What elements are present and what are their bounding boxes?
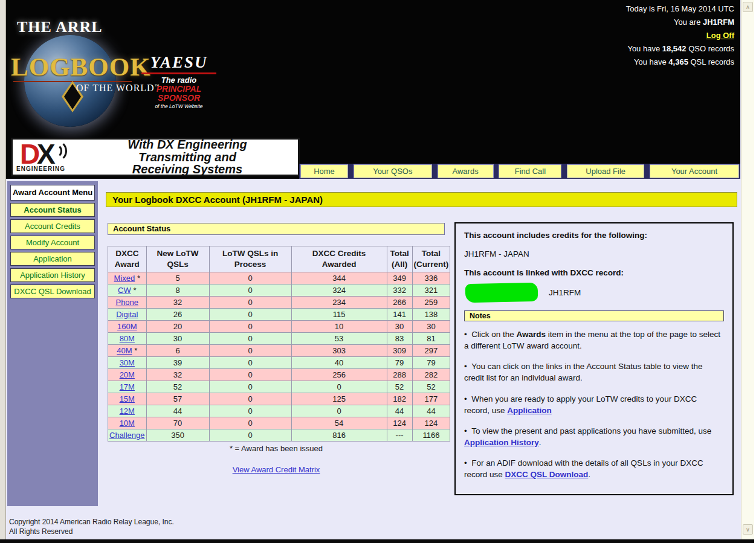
yaesu-rule [141,72,216,74]
note-link-dxcc-qsl-download[interactable]: DXCC QSL Download [505,470,589,479]
dx-engineering-logo: D X ENGINEERING [16,140,82,174]
nav-tab-upload-file[interactable]: Upload File [567,164,644,178]
vertical-scrollbar[interactable]: ∧ ∨ [741,0,754,539]
table-row-mixed: Mixed *50344349336 [108,272,450,284]
award-link-15m[interactable]: 15M [120,394,135,403]
dxcc-record-row: JH1RFM [465,283,724,302]
award-link-17m[interactable]: 17M [120,382,135,391]
yaesu-tagline: The radio [140,76,218,85]
you-are-prefix: You are [674,18,703,27]
lotw-page: THE ARRL LOGBOOK OF THE WORLD™ YAESU The… [0,0,756,543]
award-cell: 30M [108,357,147,369]
award-cell: Challenge [108,429,147,442]
award-issued-footnote: * = Award has been issued [108,444,445,453]
value-cell: 349 [387,272,412,284]
note-bullet-1: • Click on the Awards item in the menu a… [464,329,724,352]
value-cell: 10 [291,321,387,333]
value-cell: 234 [291,297,387,309]
window-bottom-bar [0,539,756,543]
scroll-up-button[interactable]: ∧ [743,2,753,12]
award-cell: Digital [108,309,147,321]
award-link-cw[interactable]: CW [118,286,131,295]
value-cell: 0 [209,272,291,284]
site-header: THE ARRL LOGBOOK OF THE WORLD™ YAESU The… [6,0,740,179]
award-link-30m[interactable]: 30M [120,358,135,367]
award-link-160m[interactable]: 160M [117,322,137,331]
note-link-application-history[interactable]: Application History [464,438,539,447]
award-link-20m[interactable]: 20M [120,370,135,379]
value-cell: 297 [412,345,450,357]
qso-count-line: You have 18,542 QSO records [626,42,734,56]
dx-engineering-banner[interactable]: D X ENGINEERING With DX Engineering Tran… [11,138,300,176]
value-cell: 83 [387,333,412,345]
sidebar-item-application[interactable]: Application [10,252,95,266]
award-link-challenge[interactable]: Challenge [109,431,145,440]
value-cell: 0 [209,357,291,369]
award-link-phone[interactable]: Phone [115,298,138,307]
sidebar-item-application-history[interactable]: Application History [10,268,95,282]
award-link-digital[interactable]: Digital [116,310,138,319]
note-bullet-4: • To view the present and past applicati… [464,425,724,448]
dx-engineering-label: ENGINEERING [16,165,65,172]
value-cell: 57 [146,393,209,405]
sidebar-item-modify-account[interactable]: Modify Account [10,236,95,249]
sidebar-item-account-credits[interactable]: Account Credits [10,219,95,233]
award-link-mixed[interactable]: Mixed [114,274,135,283]
note-text: When you are ready to apply your LoTW cr… [464,394,697,415]
award-link-80m[interactable]: 80M [120,334,135,343]
value-cell: 0 [209,345,291,357]
award-cell: 80M [108,333,147,345]
value-cell: 177 [412,393,450,405]
nav-tab-home[interactable]: Home [300,164,348,178]
note-link-application[interactable]: Application [507,406,552,415]
value-cell: 0 [209,297,291,309]
value-cell: 266 [387,297,412,309]
table-row-cw: CW *80324332321 [108,284,450,297]
yaesu-principal: PRINCIPAL [140,85,218,94]
nav-tab-awards[interactable]: Awards [438,164,494,178]
nav-tab-your-qsos[interactable]: Your QSOs [354,164,432,178]
account-status-table: DXCCAwardNew LoTWQSLsLoTW QSLs inProcess… [108,246,450,442]
value-cell: 40 [291,357,387,369]
award-link-12m[interactable]: 12M [120,406,135,416]
value-cell: 8 [146,284,209,297]
award-cell: Mixed * [108,272,147,284]
notes-section-header: Notes [464,310,724,321]
bullet-marker: • [464,426,471,435]
value-cell: 336 [412,272,450,284]
dx-soundwave-icon [45,140,67,162]
sidebar-item-account-status[interactable]: Account Status [10,203,95,217]
scroll-down-button[interactable]: ∨ [743,524,753,535]
value-cell: 0 [209,405,291,417]
column-header: LoTW QSLs inProcess [209,246,291,272]
page-title: Your Logbook DXCC Account (JH1RFM - JAPA… [106,192,737,207]
award-link-10m[interactable]: 10M [120,419,135,428]
value-cell: 321 [412,284,450,297]
column-header: DXCC CreditsAwarded [291,246,387,272]
value-cell: 0 [209,309,291,321]
table-row-challenge: Challenge3500816---1166 [108,429,450,442]
nav-tab-find-call[interactable]: Find Call [499,164,561,178]
value-cell: 288 [387,369,412,381]
note-text: To view the present and past application… [471,426,711,435]
table-row-17m: 17M52005252 [108,381,450,393]
table-row-15m: 15M570125182177 [108,393,450,405]
sidebar-item-dxcc-qsl-download[interactable]: DXCC QSL Download [10,284,95,298]
view-award-credit-matrix-link[interactable]: View Award Credit Matrix [233,465,320,474]
note-bold-text: Awards [517,330,546,339]
value-cell: 32 [146,297,209,309]
award-cell: 17M [108,381,147,393]
value-cell: 44 [387,405,412,417]
value-cell: 0 [209,369,291,381]
yaesu-subtext: of the LoTW Website [140,103,218,109]
logoff-line: Log Off [626,29,734,42]
award-cell: 15M [108,393,147,405]
log-off-link[interactable]: Log Off [706,31,734,40]
table-row-phone: Phone320234266259 [108,297,450,309]
award-link-40m[interactable]: 40M [117,346,132,355]
nav-tab-your-account[interactable]: Your Account [650,164,739,178]
value-cell: 54 [291,417,387,429]
value-cell: 32 [146,369,209,381]
user-callsign: JH1RFM [703,18,734,27]
value-cell: 52 [412,381,450,393]
